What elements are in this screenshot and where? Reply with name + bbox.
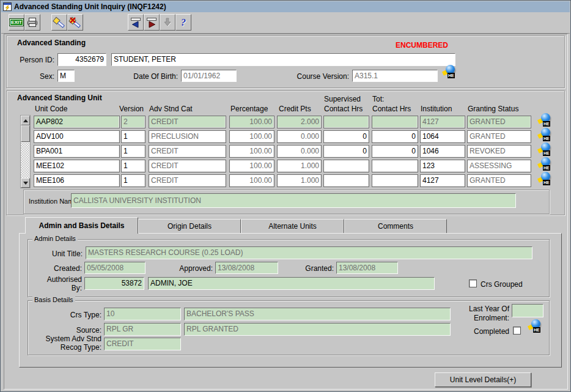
- last-year-of-enrolment-field[interactable]: [512, 304, 543, 317]
- row-he-button[interactable]: HE: [537, 142, 553, 157]
- adv-stnd-cat-cell[interactable]: PRECLUSION: [149, 130, 226, 143]
- unit-title-label: Unit Title:: [31, 250, 83, 258]
- institution-cell[interactable]: 4127: [420, 174, 465, 187]
- toolbar: EXIT: [1, 12, 570, 34]
- percentage-cell[interactable]: 100.00: [229, 116, 274, 128]
- granting-status-cell[interactable]: GRANTED: [467, 174, 531, 187]
- previous-block-button[interactable]: [128, 14, 144, 31]
- institution-cell[interactable]: 1064: [420, 130, 465, 143]
- crs-grouped-checkbox[interactable]: [469, 279, 477, 287]
- granting-status-cell[interactable]: REVOKED: [467, 145, 531, 158]
- course-version-field[interactable]: A315.1: [352, 70, 438, 82]
- print-button[interactable]: [24, 14, 40, 31]
- granted-field[interactable]: 13/08/2008: [336, 262, 398, 274]
- supervised-hrs-cell[interactable]: [323, 116, 369, 128]
- percentage-cell[interactable]: 100.00: [229, 160, 274, 172]
- credit-pts-cell[interactable]: 2.000: [277, 116, 322, 128]
- col-institution: Institution: [421, 105, 452, 113]
- next-block-button[interactable]: [144, 14, 160, 31]
- version-cell[interactable]: 1: [121, 174, 146, 187]
- row-he-button[interactable]: HE: [537, 172, 553, 187]
- tab-origin-details[interactable]: Origin Details: [138, 219, 241, 233]
- institution-cell[interactable]: 4127: [420, 116, 465, 128]
- granting-status-cell[interactable]: ASSESSING: [467, 160, 531, 172]
- down-button-disabled[interactable]: [160, 14, 175, 31]
- scroll-up-button[interactable]: [21, 116, 30, 125]
- course-version-label: Course Version:: [279, 72, 349, 81]
- tab-alternate-units[interactable]: Alternate Units: [241, 219, 344, 233]
- row-he-button[interactable]: HE: [537, 128, 553, 142]
- scrollbar-thumb[interactable]: [21, 125, 30, 142]
- flashlight-cancel-icon: [68, 16, 82, 29]
- total-hrs-cell[interactable]: [372, 174, 418, 187]
- total-hrs-cell[interactable]: 0: [372, 145, 418, 158]
- credit-pts-cell[interactable]: 1.000: [277, 160, 322, 172]
- credit-pts-cell[interactable]: 1.000: [277, 174, 322, 187]
- institution-cell[interactable]: 1046: [420, 145, 465, 158]
- granting-status-cell[interactable]: GRANTED: [467, 130, 531, 143]
- total-hrs-cell[interactable]: 0: [372, 130, 418, 143]
- person-name-field[interactable]: STUDENT, PETER: [111, 53, 455, 66]
- recog-type-field[interactable]: CREDIT: [104, 338, 181, 350]
- credit-pts-cell[interactable]: 0.000: [277, 145, 322, 158]
- supervised-hrs-cell[interactable]: [323, 174, 369, 187]
- authorised-by-name-field[interactable]: ADMIN, JOE: [148, 277, 435, 290]
- supervised-hrs-cell[interactable]: 0: [323, 145, 369, 158]
- total-hrs-cell[interactable]: [372, 116, 418, 128]
- course-he-button[interactable]: HE: [442, 65, 458, 80]
- help-icon: ?: [181, 17, 186, 28]
- granting-status-cell[interactable]: GRANTED: [467, 116, 531, 128]
- row-he-button[interactable]: HE: [537, 157, 553, 172]
- adv-stnd-cat-cell[interactable]: CREDIT: [149, 116, 226, 128]
- percentage-cell[interactable]: 100.00: [229, 174, 274, 187]
- completed-checkbox[interactable]: [513, 327, 521, 335]
- adv-stnd-cat-cell[interactable]: CREDIT: [149, 160, 226, 172]
- tab-admin-and-basis-details[interactable]: Admin and Basis Details: [25, 217, 138, 234]
- institution-name-field[interactable]: CALLISTA UNIVERSITY INSTITUTION: [71, 193, 516, 208]
- cancel-query-button[interactable]: [67, 14, 83, 31]
- row-he-button[interactable]: HE: [537, 113, 553, 128]
- total-hrs-cell[interactable]: [372, 160, 418, 172]
- unit-code-cell[interactable]: AAP802: [34, 116, 120, 128]
- unit-code-cell[interactable]: BPA001: [34, 145, 120, 158]
- supervised-hrs-cell[interactable]: 0: [323, 130, 369, 143]
- source-field[interactable]: RPL GR: [104, 323, 181, 336]
- credit-pts-cell[interactable]: 0.000: [277, 130, 322, 143]
- version-cell[interactable]: 1: [121, 130, 146, 143]
- created-field[interactable]: 05/05/2008: [84, 262, 146, 274]
- version-cell[interactable]: 1: [121, 160, 146, 172]
- crs-type-desc-field[interactable]: BACHELOR'S PASS: [184, 308, 451, 320]
- adv-stnd-cat-cell[interactable]: CREDIT: [149, 174, 226, 187]
- unit-code-cell[interactable]: MEE102: [34, 160, 120, 172]
- basis-he-button[interactable]: HE: [528, 319, 543, 334]
- unit-list-scrollbar[interactable]: [20, 115, 31, 188]
- col-unit-code: Unit Code: [35, 105, 67, 113]
- approved-field[interactable]: 13/08/2008: [215, 262, 278, 274]
- dob-label: Date Of Birth:: [117, 72, 178, 81]
- scroll-down-button[interactable]: [21, 178, 30, 188]
- crs-type-field[interactable]: 10: [104, 308, 181, 320]
- advanced-standing-unit-title: Advanced Standing Unit: [17, 94, 102, 102]
- tab-comments[interactable]: Comments: [344, 219, 447, 233]
- sex-field[interactable]: M: [57, 70, 75, 82]
- adv-stnd-cat-cell[interactable]: CREDIT: [149, 145, 226, 158]
- enter-query-button[interactable]: [51, 14, 67, 31]
- next-block-icon: [146, 17, 158, 28]
- percentage-cell[interactable]: 100.00: [229, 130, 274, 143]
- authorised-by-id-field[interactable]: 53872: [84, 277, 144, 290]
- exit-button[interactable]: EXIT: [9, 14, 24, 31]
- unit-code-cell[interactable]: ADV100: [34, 130, 120, 143]
- dob-field[interactable]: 01/01/1962: [181, 70, 237, 82]
- supervised-hrs-cell[interactable]: [323, 160, 369, 172]
- down-arrow-icon: [162, 17, 173, 28]
- source-desc-field[interactable]: RPL GRANTED: [184, 323, 451, 336]
- help-button[interactable]: ?: [175, 14, 191, 31]
- institution-cell[interactable]: 123: [420, 160, 465, 172]
- unit-code-cell[interactable]: MEE106: [34, 174, 120, 187]
- person-id-field[interactable]: 4352679: [57, 53, 106, 66]
- version-cell[interactable]: 1: [121, 145, 146, 158]
- percentage-cell[interactable]: 100.00: [229, 145, 274, 158]
- version-cell[interactable]: 2: [121, 116, 146, 128]
- unit-level-details-button[interactable]: Unit Level Details(+): [435, 372, 531, 387]
- unit-title-field[interactable]: MASTERS RESEARCH COURSE (0.25 LOAD): [86, 246, 532, 259]
